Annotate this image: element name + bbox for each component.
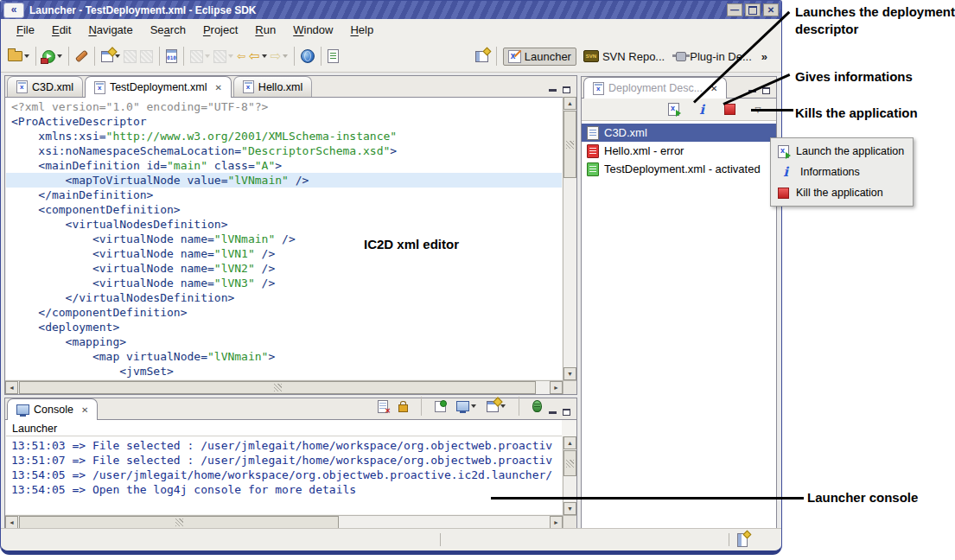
- hatch-icon: [213, 50, 226, 63]
- menu-project[interactable]: Project: [194, 21, 246, 39]
- tab-label: TestDeployment.xml: [110, 81, 207, 93]
- menu-help[interactable]: Help: [341, 21, 382, 39]
- arrow-left-icon: ⇦: [249, 50, 260, 63]
- console-icon: [16, 404, 29, 415]
- scroll-down-icon[interactable]: ▼: [563, 502, 576, 515]
- close-icon[interactable]: ✕: [214, 83, 221, 92]
- console-vertical-scrollbar[interactable]: ▲ ▼: [563, 436, 576, 515]
- code-line: <jvmSet>: [11, 364, 562, 379]
- scrollbar-thumb[interactable]: [19, 516, 339, 529]
- dropdown-caret-icon: [205, 54, 210, 58]
- debug-button[interactable]: [531, 396, 544, 417]
- minimize-button[interactable]: —: [727, 3, 742, 16]
- scroll-right-icon[interactable]: ►: [550, 516, 563, 529]
- clear-console-button[interactable]: [376, 396, 390, 417]
- new-file-button[interactable]: [6, 46, 31, 67]
- scroll-down-icon[interactable]: ▼: [563, 367, 576, 380]
- title-bar[interactable]: « Launcher - TestDeployment.xml - Eclips…: [1, 1, 781, 19]
- editor-vertical-scrollbar[interactable]: ▲ ▼: [563, 97, 576, 380]
- minimize-pane-icon[interactable]: [549, 411, 557, 414]
- maximize-button[interactable]: [745, 3, 761, 16]
- open-console-button[interactable]: [485, 396, 507, 417]
- tab-TestDeployment.xml[interactable]: TestDeployment.xml✕: [85, 76, 232, 98]
- maximize-pane-icon[interactable]: [762, 87, 770, 94]
- editor-pane: C3D.xmlTestDeployment.xml✕Hello.xml <?xm…: [4, 75, 577, 395]
- minimize-pane-icon[interactable]: [549, 89, 557, 92]
- file-status-icon: [587, 162, 599, 176]
- scrollbar-thumb[interactable]: [563, 450, 576, 476]
- forward-disabled-button[interactable]: ⇨: [269, 46, 290, 67]
- tab-Hello.xml[interactable]: Hello.xml: [233, 76, 312, 97]
- menu-item-info[interactable]: Informations: [771, 162, 913, 182]
- clear-icon: [378, 400, 388, 413]
- window-menu-icon[interactable]: «: [3, 3, 24, 18]
- scroll-left-icon[interactable]: ◄: [5, 516, 18, 529]
- menu-navigate[interactable]: Navigate: [80, 21, 141, 39]
- tab-console[interactable]: Console ✕: [7, 398, 98, 420]
- pin-console-button[interactable]: [433, 396, 448, 417]
- run-button[interactable]: [41, 46, 64, 67]
- dropdown-caret-icon: [115, 54, 120, 58]
- perspective-launcher-button[interactable]: Launcher: [503, 48, 576, 66]
- print-disabled-button: [138, 46, 155, 67]
- scrollbar-thumb[interactable]: [563, 111, 576, 178]
- toolbar-separator: [35, 47, 36, 66]
- perspective-svn-button[interactable]: SVN Repo...: [579, 48, 669, 65]
- tasks-button[interactable]: [326, 46, 341, 67]
- toolbar-overflow-chevron[interactable]: »: [758, 50, 771, 63]
- menu-bar: FileEditNavigateSearchProjectRunWindowHe…: [1, 19, 781, 41]
- editor-tab-bar: C3D.xmlTestDeployment.xml✕Hello.xml: [5, 76, 576, 98]
- scroll-lock-button[interactable]: [397, 396, 410, 417]
- scroll-right-icon[interactable]: ►: [550, 381, 563, 394]
- menu-search[interactable]: Search: [142, 21, 194, 39]
- scrollbar-thumb[interactable]: [19, 381, 536, 394]
- code-line: xmlns:xsi="http://www.w3.org/2001/XMLSch…: [11, 129, 562, 143]
- plugin-icon: [676, 52, 686, 61]
- annotation-line-kill: [751, 109, 793, 111]
- back-button[interactable]: ⇦: [247, 46, 269, 67]
- maximize-pane-icon[interactable]: [563, 409, 570, 416]
- menu-window[interactable]: Window: [284, 21, 341, 39]
- scroll-up-icon[interactable]: ▲: [563, 97, 576, 110]
- toolbar-separator: [159, 47, 160, 66]
- fast-view-icon[interactable]: [737, 533, 748, 547]
- launch-application-button[interactable]: [666, 99, 681, 120]
- pin-icon: [435, 401, 446, 412]
- annotation-line-console: [491, 497, 804, 500]
- open-perspective-button[interactable]: [474, 46, 490, 67]
- binary-file-button[interactable]: [164, 46, 179, 67]
- console-horizontal-scrollbar[interactable]: ◄ ►: [5, 515, 563, 529]
- lock-icon: [398, 404, 408, 412]
- descriptor-item[interactable]: TestDeployment.xml - activated: [582, 160, 776, 178]
- close-icon[interactable]: ✕: [81, 405, 88, 415]
- menu-item-launch[interactable]: Launch the application: [771, 141, 913, 162]
- maximize-pane-icon[interactable]: [563, 86, 570, 93]
- code-line: </mainDefinition>: [11, 188, 562, 202]
- menu-file[interactable]: File: [8, 21, 43, 39]
- xml-file-icon: [16, 80, 28, 93]
- tab-deployment-descriptor[interactable]: Deployment Desc... ✕: [583, 77, 727, 99]
- menu-item-kill[interactable]: Kill the application: [771, 182, 913, 203]
- info-icon: [694, 102, 710, 118]
- new-wizard-button[interactable]: [99, 46, 122, 67]
- last-edit-location-button[interactable]: ⇦: [235, 46, 247, 67]
- descriptor-item[interactable]: C3D.xml: [582, 124, 776, 142]
- scroll-left-icon[interactable]: ◄: [5, 381, 18, 394]
- close-button[interactable]: ✕: [763, 3, 779, 16]
- annotation-kill: Kills the application: [795, 105, 918, 122]
- save-disabled-button: [122, 46, 138, 67]
- menu-edit[interactable]: Edit: [43, 21, 80, 39]
- annotate-button[interactable]: [73, 46, 90, 67]
- code-line: <deployment>: [11, 320, 562, 334]
- web-browser-button[interactable]: [299, 46, 316, 67]
- toolbar-separator: [294, 47, 295, 66]
- descriptor-item[interactable]: Hello.xml - error: [582, 142, 776, 160]
- tab-C3D.xml[interactable]: C3D.xml: [7, 76, 83, 97]
- scroll-up-icon[interactable]: ▲: [563, 436, 576, 449]
- console-line: 13:51:03 => File selected : /user/jmlega…: [11, 438, 562, 453]
- menu-run[interactable]: Run: [246, 21, 284, 39]
- display-console-button[interactable]: [455, 396, 478, 417]
- file-status-icon: [587, 144, 599, 158]
- editor-content[interactable]: <?xml version="1.0" encoding="UTF-8"?><P…: [6, 98, 562, 379]
- editor-horizontal-scrollbar[interactable]: ◄ ►: [5, 380, 563, 394]
